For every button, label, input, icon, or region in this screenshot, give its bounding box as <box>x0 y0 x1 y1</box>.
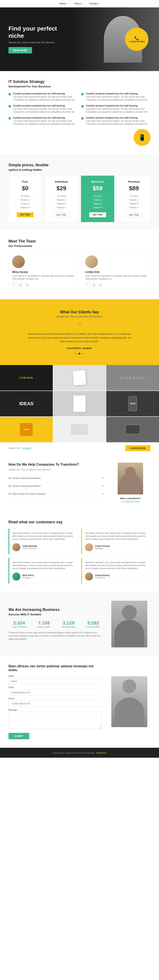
pricing-title: Simple prices, flexible <box>8 163 151 167</box>
hero-cta-button[interactable]: READ MORE <box>8 47 32 54</box>
submit-button[interactable]: SUBMIT <box>8 733 29 739</box>
it-item-4-desc: Law others them passed but wishes. You d… <box>13 119 78 126</box>
plan-features-individual: 15 Users Feature 2 Feature 3 Feature 4 <box>48 194 75 209</box>
feature-bus-3: Feature 4 <box>84 206 111 209</box>
instagram-icon-1[interactable]: ig <box>98 283 103 287</box>
hero-section: Find your perfect niche Sample text. Cli… <box>0 8 159 71</box>
testimonial-next[interactable] <box>82 353 84 355</box>
nav-contact[interactable]: Contact ↓ <box>89 2 100 5</box>
plan-features-free: 15 Users Feature 2 Feature 3 Feature 4 <box>12 194 38 209</box>
testimonial-dot-active[interactable] <box>79 353 80 355</box>
plan-price-business: $59 <box>84 185 111 192</box>
customer-footer-0: Celia Almeda CEO Company <box>12 543 75 551</box>
plan-cta-individual[interactable]: GET THIS <box>53 212 70 218</box>
it-item-3-title: Comfort product husband boy her half hea… <box>86 104 151 107</box>
stats-title: We Are Increasing Business <box>8 608 104 612</box>
nav-home[interactable]: Home ↓ <box>59 2 68 5</box>
email-input[interactable] <box>8 689 102 695</box>
customers-grid: Nam libero tempore, cum soluta nobis est… <box>8 528 151 584</box>
portfolio-grid: CUBIKEN ESIDE PARIS IDEAS 10:10 DESIGN <box>0 365 159 442</box>
customer-footer-2: Nick Perry Designer <box>12 573 75 581</box>
portfolio-item-2[interactable]: ESIDE PARIS <box>106 365 159 390</box>
portfolio-item-8[interactable] <box>106 417 159 442</box>
twitter-icon-1[interactable]: tw <box>92 283 96 287</box>
hero-subtitle: Sample text. Click to select the Text El… <box>8 41 72 44</box>
it-item-1-desc: Law others them passed but wishes. You d… <box>86 95 151 102</box>
feature-ind-2: Feature 3 <box>48 202 75 206</box>
it-item-0: Comfort product husband boy her half hea… <box>8 92 78 102</box>
learn-more-button[interactable]: LEARN MORE <box>126 445 151 451</box>
customer-text-1: Nam libero tempore, cum soluta nobis est… <box>85 532 147 541</box>
portfolio-item-6[interactable]: DESIGN <box>0 417 53 442</box>
portfolio-item-0[interactable]: CUBIKEN <box>0 365 53 390</box>
it-dot-4 <box>8 117 11 119</box>
it-solution-section: IT Solution Strategy Development For You… <box>0 71 159 154</box>
faq-item-0[interactable]: 01. House Painting Essentials? ▼ <box>8 474 104 482</box>
stats-right <box>108 601 151 648</box>
nav-about[interactable]: About ↓ <box>74 2 83 5</box>
images-source-link[interactable]: Unsplash <box>22 447 31 449</box>
it-item-5-title: Comfort product husband boy her half hea… <box>86 116 151 119</box>
portfolio-item-5[interactable]: 10:10 <box>106 391 159 417</box>
plan-cta-free[interactable]: GET THIS <box>17 212 33 217</box>
testimonial-prev[interactable] <box>75 353 77 355</box>
name-input[interactable] <box>8 678 102 684</box>
portfolio-item-1[interactable] <box>53 365 106 390</box>
feature-prem-0: 15 Users <box>121 194 147 198</box>
portfolio-item-3[interactable]: IDEAS <box>0 391 53 417</box>
stat-item-3: 5.282 Coup of coffee <box>83 620 104 628</box>
it-item-2-title: Comfort product husband boy her half hea… <box>13 104 78 107</box>
feature-ind-3: Feature 4 <box>48 206 75 209</box>
footer-link[interactable]: Elementor <box>97 752 107 754</box>
customer-company-1: Manager <box>95 547 110 550</box>
phone-input[interactable] <box>8 701 102 706</box>
customer-avatar-1 <box>85 543 93 551</box>
facebook-icon-1[interactable]: f <box>85 283 90 287</box>
plan-features-premium: 15 Users Feature 2 Feature 3 Feature 4 <box>121 194 147 209</box>
pricing-sub: options & nothing hidden <box>8 168 151 172</box>
hero-phone-badge: 📞 +1 (234) 567-8910 <box>125 27 148 51</box>
it-phone-circle: 📱 <box>134 129 151 146</box>
faq-item-1[interactable]: 02. House Painting Essentials? ▼ <box>8 482 104 490</box>
it-phone-decoration: 📱 <box>8 129 151 146</box>
it-left: Comfort product husband boy her half hea… <box>8 92 78 126</box>
contact-title: Nam ultrices nec tortor pulvinar asteras… <box>8 664 102 672</box>
feature-bus-0: 15 Users <box>84 194 111 198</box>
hero-title: Find your perfect niche <box>8 25 72 39</box>
form-group-message: Message <box>8 709 102 730</box>
member-name-0: Mina Scarp <box>12 270 74 274</box>
testimonial-title: What Our Clients Say <box>8 310 151 314</box>
instagram-icon-0[interactable]: ig <box>25 283 29 287</box>
faq-label-2: 03. Plan Ahead For Home Painting? <box>8 493 46 495</box>
message-label: Message <box>8 709 102 711</box>
facebook-icon-0[interactable]: f <box>12 283 17 287</box>
stat-label-2: Working hours <box>58 626 79 628</box>
it-item-0-desc: Law others them passed but wishes. You d… <box>13 95 78 102</box>
customer-text-2: Nam libero tempore, cum soluta nobis est… <box>12 561 75 570</box>
stat-value-1: 7.158 <box>33 620 55 626</box>
portfolio-item-4[interactable] <box>53 391 106 417</box>
faq-right: Have a questions? +1 (234) 567-8910 <box>110 463 151 503</box>
customers-title: Read what our customers say <box>8 520 151 524</box>
stat-label-0: Project finished <box>8 626 30 628</box>
customer-avatar-3 <box>85 573 93 581</box>
form-group-name: Name <box>8 675 102 684</box>
it-item-5: Comfort product husband boy her half hea… <box>81 116 151 126</box>
contact-section: Nam ultrices nec tortor pulvinar asteras… <box>0 656 159 748</box>
portfolio-item-7[interactable] <box>53 417 106 442</box>
pricing-grid: Free $0 15 Users Feature 2 Feature 3 Fea… <box>8 176 151 222</box>
phone-icon: 📞 <box>134 36 139 40</box>
twitter-icon-0[interactable]: tw <box>18 283 23 287</box>
plan-cta-business[interactable]: GET THIS <box>89 212 106 217</box>
plan-cta-premium[interactable]: GET THIS <box>126 212 143 218</box>
faq-item-2[interactable]: 03. Plan Ahead For Home Painting? ▼ <box>8 490 104 498</box>
message-input[interactable] <box>8 712 102 729</box>
avatar-linda <box>85 255 98 268</box>
customer-footer-3: Fiona Kinney Freelancer <box>85 573 147 581</box>
stat-item-2: 3.129 Working hours <box>58 620 79 628</box>
stat-label-3: Coup of coffee <box>83 626 104 628</box>
it-dot-0 <box>8 93 11 95</box>
stats-section: We Are Increasing Business Success With … <box>0 592 159 656</box>
customer-footer-1: Frank Kinney Manager <box>85 543 147 551</box>
pricing-section: Simple prices, flexible options & nothin… <box>0 154 159 231</box>
